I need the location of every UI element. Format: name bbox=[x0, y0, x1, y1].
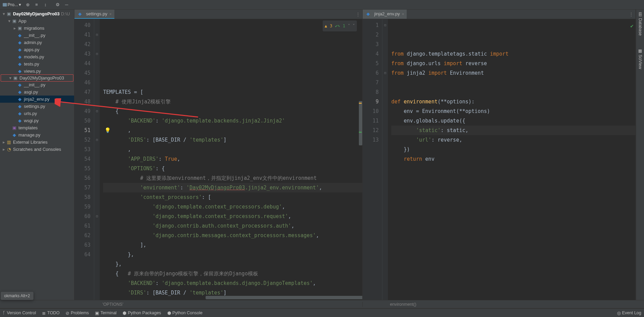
sciview-tool-button[interactable]: ▦SciView bbox=[638, 47, 643, 70]
editor-right-pane: ◆ jinja2_env.py × ⋮ 12345678910111213 ⊟⊟… bbox=[363, 10, 636, 300]
gear-icon[interactable]: ⚙ bbox=[54, 1, 61, 9]
close-icon[interactable]: × bbox=[109, 12, 111, 16]
folder-icon: ▣ bbox=[12, 18, 17, 24]
tree-folder-app[interactable]: ▾ ▣ App bbox=[0, 17, 74, 25]
fold-gutter[interactable]: ⊟⊟ bbox=[382, 19, 388, 300]
python-file-icon: ◆ bbox=[17, 33, 23, 38]
locate-icon[interactable]: ⊕ bbox=[24, 1, 31, 9]
project-sidebar: ▾ ▣ Day02MyDjangoPro03 D:\U ▾ ▣ App ▸ ▣ … bbox=[0, 10, 74, 300]
prev-highlight-icon[interactable]: ˄ bbox=[348, 21, 350, 31]
tree-file[interactable]: ◆views.py bbox=[0, 68, 74, 75]
tree-item-label: __init__.py bbox=[24, 82, 45, 87]
tree-item-label: views.py bbox=[24, 69, 41, 74]
close-icon[interactable]: × bbox=[402, 12, 404, 16]
terminal-icon: ▣ bbox=[95, 311, 99, 316]
scratches-icon: ◔ bbox=[6, 147, 12, 152]
tree-item-label: migrations bbox=[24, 26, 44, 31]
tree-item-label: Day02MyDjangoPro03 bbox=[19, 75, 64, 81]
tree-external-libraries[interactable]: ▸ ▥ External Libraries bbox=[0, 139, 74, 146]
code-view[interactable]: ✔ from django.templatetags.static import… bbox=[388, 19, 635, 300]
tree-item-label: wsgi.py bbox=[24, 118, 39, 123]
folder-icon: ▣ bbox=[17, 26, 23, 31]
project-view-label: Pro... bbox=[8, 2, 18, 7]
chevron-down-icon: ▾ bbox=[19, 2, 21, 7]
next-highlight-icon[interactable]: ˅ bbox=[353, 21, 355, 31]
project-icon: ▣ bbox=[6, 11, 12, 17]
editor-left-body[interactable]: 4041424344454647484950515253545556575859… bbox=[74, 19, 362, 300]
tree-root[interactable]: ▾ ▣ Day02MyDjangoPro03 D:\U bbox=[0, 10, 74, 17]
tree-folder-migrations[interactable]: ▸ ▣ migrations bbox=[0, 25, 74, 32]
inspection-ok-icon[interactable]: ✔ bbox=[630, 21, 633, 31]
python-file-icon: ◆ bbox=[17, 89, 23, 95]
tree-file[interactable]: ◆urls.py bbox=[0, 110, 74, 117]
tab-settings[interactable]: ◆ settings.py × bbox=[74, 10, 114, 19]
line-gutter[interactable]: 4041424344454647484950515253545556575859… bbox=[74, 19, 94, 300]
database-tool-button[interactable]: 🗄Database bbox=[638, 11, 643, 37]
fold-gutter[interactable]: ⊟⊟⊟⊟⊟ bbox=[94, 19, 100, 300]
folder-icon: ▣ bbox=[13, 75, 18, 81]
tab-jinja2env[interactable]: ◆ jinja2_env.py × bbox=[363, 10, 407, 19]
editor-left-tabs: ◆ settings.py × ⋮ bbox=[74, 10, 362, 19]
tree-item-label: __init__.py bbox=[24, 33, 45, 38]
tree-item-label: urls.py bbox=[24, 111, 37, 116]
inspections-widget[interactable]: ▲3 ✔✎1 ˄ ˅ bbox=[323, 20, 357, 31]
status-label: Python Console bbox=[172, 311, 202, 315]
project-view-selector[interactable]: Pro... ▾ bbox=[1, 2, 23, 7]
line-gutter[interactable]: 12345678910111213 bbox=[363, 19, 382, 300]
python-file-icon: ◆ bbox=[17, 54, 23, 60]
python-packages-button[interactable]: ⬢Python Packages bbox=[123, 311, 161, 316]
tab-menu-icon[interactable]: ⋮ bbox=[629, 12, 633, 17]
code-view[interactable]: ▲3 ✔✎1 ˄ ˅ 💡 TEMPLATES = [ # 使用Jinja2模板引… bbox=[100, 19, 362, 300]
tree-folder-templates[interactable]: ▣ templates bbox=[0, 124, 74, 131]
tree-file[interactable]: ◆models.py bbox=[0, 53, 74, 60]
tree-file[interactable]: ◆wsgi.py bbox=[0, 117, 74, 124]
version-control-button[interactable]: ᚶVersion Control bbox=[3, 311, 36, 315]
tree-folder-inner-pkg[interactable]: ▾ ▣ Day02MyDjangoPro03 bbox=[1, 74, 73, 82]
breadcrumb-right[interactable]: environment() bbox=[363, 302, 420, 307]
editor-right-tabs: ◆ jinja2_env.py × ⋮ bbox=[363, 10, 635, 19]
intention-bulb-icon[interactable]: 💡 bbox=[104, 126, 111, 135]
status-label: Terminal bbox=[100, 311, 116, 315]
tree-file-jinja2env[interactable]: ◆jinja2_env.py bbox=[0, 96, 74, 103]
tree-file[interactable]: ◆apps.py bbox=[0, 46, 74, 53]
horizontal-scrollbar[interactable] bbox=[206, 296, 362, 299]
tree-item-label: settings.py bbox=[24, 104, 45, 109]
breadcrumb-item: environment() bbox=[390, 302, 416, 307]
typo-icon: ✔✎ bbox=[335, 21, 340, 31]
tree-file-manage[interactable]: ◆ manage.py bbox=[0, 131, 74, 139]
editor-right-body[interactable]: 12345678910111213 ⊟⊟ ✔ from django.templ… bbox=[363, 19, 635, 300]
terminal-button[interactable]: ▣Terminal bbox=[95, 311, 116, 316]
todo-button[interactable]: ≣TODO bbox=[42, 311, 59, 316]
tree-file[interactable]: ◆admin.py bbox=[0, 39, 74, 46]
tree-file[interactable]: ◆settings.py bbox=[0, 103, 74, 110]
database-icon: 🗄 bbox=[638, 12, 643, 17]
status-bar: ᚶVersion Control ≣TODO ⊘Problems ▣Termin… bbox=[0, 308, 644, 317]
hide-icon[interactable]: ─ bbox=[63, 1, 70, 9]
python-file-icon: ◆ bbox=[17, 104, 23, 109]
python-file-icon: ◆ bbox=[17, 97, 23, 102]
python-file-icon: ◆ bbox=[17, 47, 23, 53]
error-stripe[interactable] bbox=[358, 19, 362, 300]
warning-icon: ▲ bbox=[325, 21, 327, 31]
tree-file[interactable]: ◆tests.py bbox=[0, 60, 74, 68]
tree-item-label: App bbox=[18, 18, 26, 24]
breadcrumb-left[interactable]: 'OPTIONS' bbox=[0, 302, 363, 307]
tab-menu-icon[interactable]: ⋮ bbox=[356, 12, 360, 17]
tab-label: jinja2_env.py bbox=[374, 11, 400, 16]
problems-button[interactable]: ⊘Problems bbox=[66, 311, 89, 316]
event-log-button[interactable]: ◎Event Log bbox=[617, 311, 641, 316]
database-label: Database bbox=[638, 18, 643, 35]
collapse-icon[interactable]: ↕ bbox=[42, 1, 49, 9]
tree-file[interactable]: ◆asgi.py bbox=[0, 88, 74, 96]
libraries-icon: ▥ bbox=[6, 140, 12, 145]
tree-scratches[interactable]: ▸ ◔ Scratches and Consoles bbox=[0, 146, 74, 153]
python-console-button[interactable]: ⬢Python Console bbox=[167, 311, 202, 316]
tree-file[interactable]: ◆__init__.py bbox=[0, 81, 74, 88]
expand-all-icon[interactable]: ≡ bbox=[33, 1, 40, 9]
right-tool-strip: 🗄Database ▦SciView bbox=[636, 10, 644, 300]
tree-item-label: manage.py bbox=[18, 132, 40, 138]
python-file-icon: ◆ bbox=[17, 82, 23, 88]
tree-item-label: admin.py bbox=[24, 40, 42, 45]
python-file-icon: ◆ bbox=[17, 111, 23, 116]
tree-file[interactable]: ◆__init__.py bbox=[0, 32, 74, 39]
